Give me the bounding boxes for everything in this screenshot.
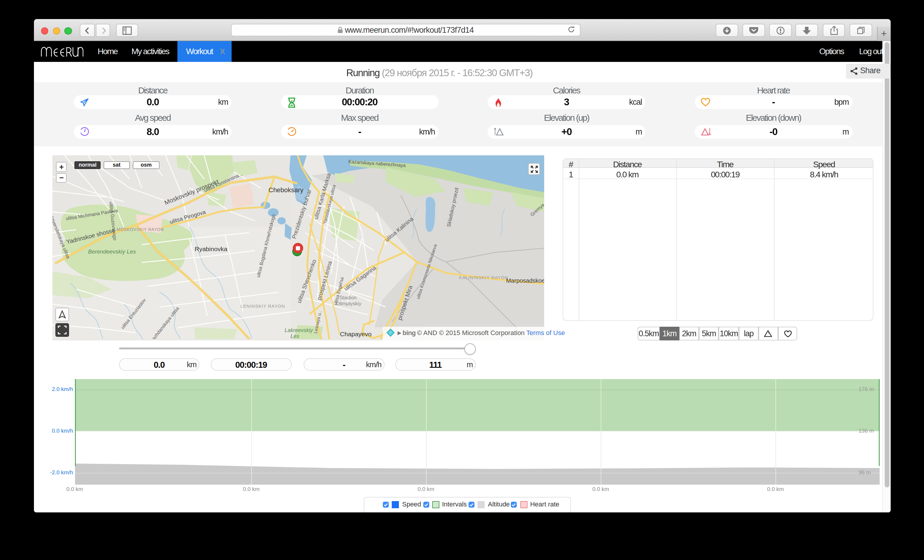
svg-text:Lakreevskiy: Lakreevskiy (284, 328, 313, 334)
svg-text:Olimpiyskiy: Olimpiyskiy (336, 301, 361, 307)
svg-text:LENINSKIY RAYON: LENINSKIY RAYON (240, 304, 285, 309)
svg-text:KALININSKIY RAYON: KALININSKIY RAYON (459, 275, 508, 280)
svg-text:MOSKOVSKIY RAYON: MOSKOVSKIY RAYON (116, 227, 164, 232)
svg-text:Stadion: Stadion (339, 295, 356, 301)
svg-text:Cheboksary: Cheboksary (268, 187, 303, 194)
svg-text:Marposadskoe: Marposadskoe (506, 278, 544, 284)
svg-text:Ryabinovka: Ryabinovka (194, 246, 227, 253)
svg-text:Berendeevskiy Les: Berendeevskiy Les (88, 249, 136, 255)
svg-text:Chapayevo: Chapayevo (340, 331, 371, 338)
svg-text:Les: Les (290, 334, 299, 339)
